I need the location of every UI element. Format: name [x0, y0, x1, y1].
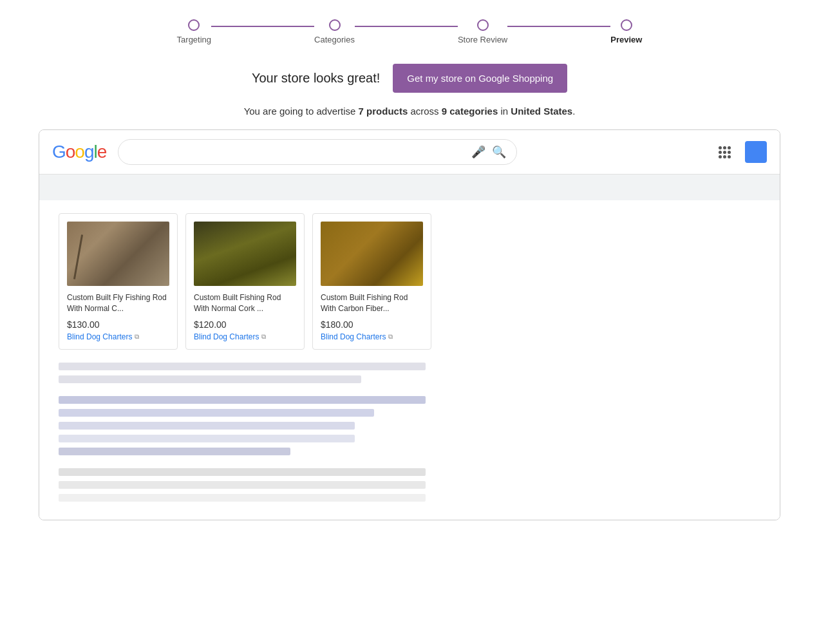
placeholder-bars-1 [59, 363, 760, 383]
placeholder-bar [59, 422, 355, 430]
seller-name-2[interactable]: Blind Dog Charters [194, 332, 259, 341]
external-icon-3: ⧉ [388, 333, 393, 341]
step-targeting: Targeting [177, 19, 211, 44]
product-seller-2: Blind Dog Charters ⧉ [194, 332, 296, 341]
product-card-1: Custom Built Fly Fishing Rod With Normal… [59, 213, 178, 350]
product-card-3: Custom Built Fishing Rod With Carbon Fib… [312, 213, 431, 350]
step-circle-preview [621, 19, 632, 31]
product-image-1 [67, 222, 169, 286]
placeholder-bar [59, 468, 426, 476]
placeholder-bar [59, 448, 290, 455]
desc-before: You are going to advertise [244, 106, 359, 117]
product-seller-3: Blind Dog Charters ⧉ [321, 332, 423, 341]
external-icon-1: ⧉ [135, 333, 139, 341]
placeholder-bar [59, 409, 374, 417]
product-title-2: Custom Built Fishing Rod With Normal Cor… [194, 292, 296, 314]
tagline: Your store looks great! [252, 71, 380, 86]
product-price-1: $130.00 [67, 319, 169, 330]
seller-name-1[interactable]: Blind Dog Charters [67, 332, 132, 341]
product-seller-1: Blind Dog Charters ⧉ [67, 332, 169, 341]
step-circle-targeting [188, 19, 200, 31]
cta-button[interactable]: Get my store on Google Shopping [393, 64, 567, 93]
mic-icon: 🎤 [471, 145, 485, 159]
placeholder-bar [59, 435, 355, 442]
placeholder-bar [59, 396, 426, 404]
step-line-2 [355, 26, 458, 27]
google-preview: Google 🎤 🔍 Custom Built Fly Fishing Rod … [39, 129, 780, 520]
logo-o1: o [66, 142, 75, 162]
step-label-preview: Preview [610, 35, 642, 44]
search-input-area [129, 146, 465, 158]
apps-icon [719, 146, 731, 158]
step-preview: Preview [610, 19, 642, 44]
product-title-1: Custom Built Fly Fishing Rod With Normal… [67, 292, 169, 314]
search-icon: 🔍 [492, 145, 506, 159]
product-image-3 [321, 222, 423, 286]
search-box[interactable]: 🎤 🔍 [118, 139, 517, 165]
product-cards-row: Custom Built Fly Fishing Rod With Normal… [59, 213, 760, 350]
desc-middle: across [408, 106, 442, 117]
placeholder-bar [59, 375, 361, 383]
avatar [745, 141, 767, 163]
shopping-area: Custom Built Fly Fishing Rod With Normal… [39, 200, 780, 520]
desc-products: 7 products [359, 106, 408, 117]
step-label-categories: Categories [314, 35, 355, 44]
placeholder-bars-3 [59, 468, 760, 502]
google-nav-bar [39, 175, 780, 200]
step-label-targeting: Targeting [177, 35, 211, 44]
desc-categories: 9 categories [442, 106, 498, 117]
placeholder-bar [59, 363, 426, 370]
logo-e: e [97, 142, 107, 162]
google-logo: Google [52, 142, 106, 162]
step-line-1 [211, 26, 314, 27]
placeholder-bar [59, 481, 426, 489]
description: You are going to advertise 7 products ac… [0, 99, 819, 129]
step-store-review: Store Review [458, 19, 507, 44]
logo-g: G [52, 142, 66, 162]
placeholder-bars-2 [59, 396, 760, 455]
header-section: Your store looks great! Get my store on … [0, 51, 819, 99]
logo-g2: g [84, 142, 94, 162]
seller-name-3[interactable]: Blind Dog Charters [321, 332, 386, 341]
placeholder-bar [59, 494, 426, 502]
logo-o2: o [75, 142, 84, 162]
google-bar: Google 🎤 🔍 [39, 130, 780, 175]
product-price-2: $120.00 [194, 319, 296, 330]
product-image-2 [194, 222, 296, 286]
desc-country: United States [511, 106, 572, 117]
product-card-2: Custom Built Fishing Rod With Normal Cor… [185, 213, 305, 350]
product-price-3: $180.00 [321, 319, 423, 330]
step-circle-categories [329, 19, 341, 31]
step-label-store-review: Store Review [458, 35, 507, 44]
desc-period: . [572, 106, 575, 117]
step-line-3 [507, 26, 610, 27]
stepper: Targeting Categories Store Review Previe… [0, 0, 819, 51]
desc-after: in [498, 106, 511, 117]
external-icon-2: ⧉ [261, 333, 266, 341]
step-categories: Categories [314, 19, 355, 44]
step-circle-store-review [477, 19, 489, 31]
product-title-3: Custom Built Fishing Rod With Carbon Fib… [321, 292, 423, 314]
